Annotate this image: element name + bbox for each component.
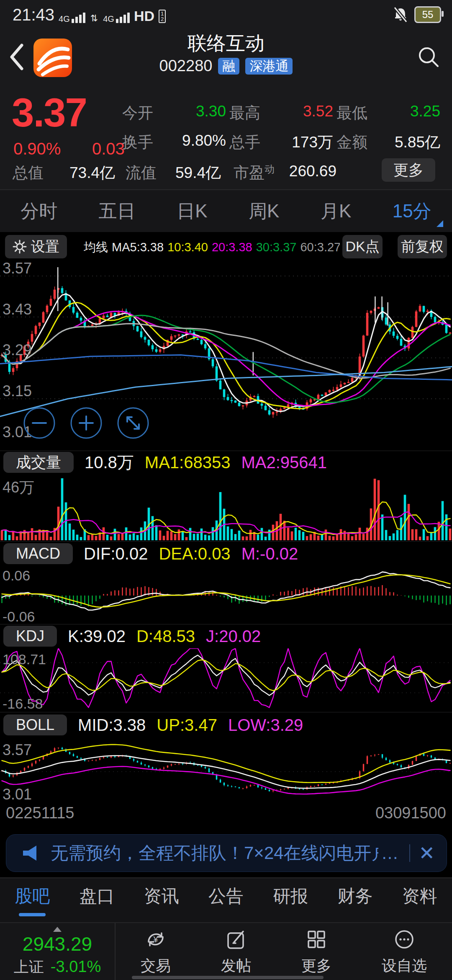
quote-row3: 总值 73.4亿 流值 59.4亿 市盈动 260.69 更多 [0,162,452,186]
index-change: -3.01% [51,958,101,976]
action-label: 更多 [301,956,331,976]
boll-low: LOW:3.29 [228,716,303,735]
svg-text:46万: 46万 [3,479,34,496]
quote-grid: 今开3.30 最高3.52 最低3.25 换手9.80% 总手173万 金额5.… [122,103,444,161]
action-3[interactable]: 设自选 [382,928,427,976]
boll-chart[interactable]: 3.573.01 [0,738,452,802]
content-tab-6[interactable]: 资料 [402,885,437,916]
close-icon[interactable]: ✕ [419,842,435,864]
kdj-indicator-button[interactable]: KDJ [3,626,57,647]
data-arrows-icon: ⇅ [90,14,98,23]
grid-icon [305,928,328,952]
content-tab-5[interactable]: 财务 [338,885,373,916]
boll-indicator-button[interactable]: BOLL [3,714,67,735]
index-quote-block[interactable]: 2943.29 上证 -3.01% [0,923,116,980]
change-percent: 0.90% [13,139,61,158]
active-tab-underline [148,913,175,916]
last-price: 3.37 [12,93,87,133]
battery-level: 55 [422,9,434,21]
mktcap-value: 73.4亿 [46,162,115,183]
kdj-chart[interactable]: 108.71-16.58 [0,648,452,711]
period-tab-1[interactable]: 五日 [95,199,139,224]
chart-toolbar: 设置 均线MA5:3.3810:3.4020:3.3830:3.3760:3.2… [0,232,452,261]
action-label: 交易 [141,956,171,976]
content-tab-1[interactable]: 盘口 [79,885,114,916]
action-label: 设自选 [382,956,427,976]
svg-text:108.71: 108.71 [3,651,46,667]
content-tab-4[interactable]: 研报 [273,885,308,916]
svg-text:3.43: 3.43 [3,301,32,318]
content-tab-0[interactable]: 股吧 [15,885,50,916]
svg-text:3.29: 3.29 [3,341,32,358]
action-0[interactable]: ¥交易 [141,928,171,976]
high-value: 3.52 [303,103,333,132]
ma-value-4: 60:3.27 [300,240,340,254]
connect-badge: 深港通 [245,58,293,75]
ad-divider [409,844,410,862]
active-tab-underline [406,913,433,916]
active-tab-underline [19,913,46,916]
trade-icon: ¥ [144,928,167,952]
content-tab-3[interactable]: 公告 [208,885,244,916]
open-value: 3.30 [196,103,226,132]
volume-chart[interactable]: 46万 [0,473,452,540]
adjust-mode-button[interactable]: 前复权 [398,235,447,258]
more-button[interactable]: 更多 [382,158,435,182]
ma-legend: 均线MA5:3.3810:3.4020:3.3830:3.3760:3.2712… [84,239,340,256]
signal-icon-1: 4G [59,13,85,23]
volume-indicator-button[interactable]: 成交量 [3,452,74,473]
clock: 21:43 [13,6,54,23]
time-axis-start: 02251115 [6,804,74,822]
volume-label: 总手 [229,132,260,161]
stock-detail-screen: 21:43 4G ⇅ 4G HD 1 2 [0,0,452,980]
svg-text:0.06: 0.06 [3,567,30,583]
search-icon[interactable] [416,44,441,70]
boll-up: UP:3.47 [157,716,217,735]
amount-label: 金额 [336,132,367,161]
action-label: 发帖 [221,956,251,976]
boll-header: BOLL MID:3.38 UP:3.47 LOW:3.29 [0,712,452,738]
action-1[interactable]: 发帖 [221,928,251,976]
active-tab-underline [213,913,239,916]
low-value: 3.25 [410,103,440,132]
volume-current: 10.8万 [85,451,134,474]
active-tab-corner-icon [437,220,443,227]
signal-icon-2: 4G [103,13,130,23]
macd-chart[interactable]: 0.06-0.06 [0,566,452,625]
pe-value: 260.69 [275,162,336,180]
svg-text:3.15: 3.15 [3,382,32,400]
content-tab-2[interactable]: 资讯 [144,885,179,916]
action-2[interactable]: 更多 [301,928,331,976]
active-tab-underline [342,913,369,916]
period-tab-3[interactable]: 周K [245,199,282,224]
zoom-controls[interactable] [22,405,156,441]
stock-code: 002280 [159,57,213,75]
open-label: 今开 [122,103,153,132]
high-label: 最高 [229,103,260,132]
macd-indicator-button[interactable]: MACD [3,543,73,564]
period-tab-4[interactable]: 月K [317,199,354,224]
zoom-out-icon [24,408,54,438]
period-tab-bar: 分时五日日K周K月K15分 [0,189,452,232]
volume-header: 成交量 10.8万 MA1:68353 MA2:95641 [0,451,452,474]
scroll-indicator[interactable] [132,976,324,979]
macd-dif: DIF:0.02 [84,544,148,563]
zoom-in-icon [71,408,101,438]
period-tab-2[interactable]: 日K [173,199,211,224]
pe-label: 市盈动 [234,162,275,183]
svg-text:3.01: 3.01 [3,786,32,802]
page-title: 联络互动 [0,32,452,54]
header: 联络互动 002280 融 深港通 [0,29,452,86]
active-tab-underline [277,913,304,916]
volume-ma2: MA2:95641 [241,453,327,472]
period-tab-5[interactable]: 15分 [389,199,435,224]
time-axis: 02251115 03091500 [0,804,452,823]
floatcap-label: 流值 [126,162,157,183]
svg-text:¥: ¥ [153,935,158,944]
ad-banner[interactable]: 无需预约，全程不排队！7×24在线闪电开户！ … ✕ [6,834,447,872]
settings-button[interactable]: 设置 [5,235,67,258]
dk-button[interactable]: DK点 [342,235,383,258]
period-tab-0[interactable]: 分时 [17,199,61,224]
svg-text:-16.58: -16.58 [3,696,43,711]
turnover-label: 换手 [122,132,153,161]
